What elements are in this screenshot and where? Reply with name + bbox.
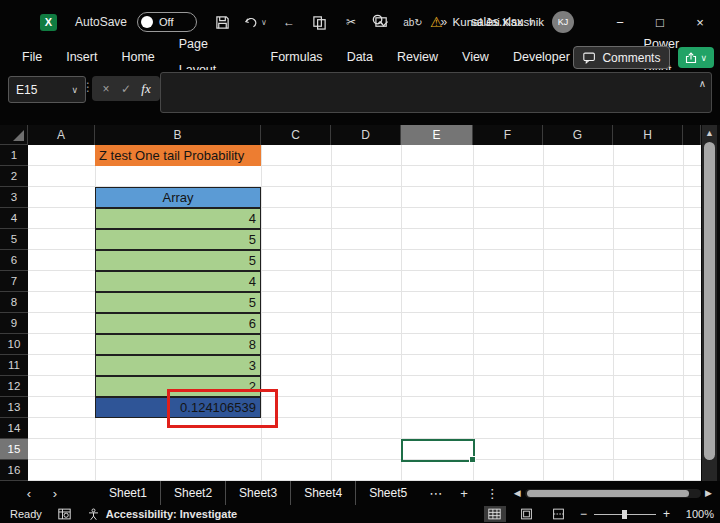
excel-app-icon[interactable]: X <box>40 14 57 31</box>
cell-B7[interactable]: 4 <box>95 271 261 292</box>
undo-dropdown-icon[interactable]: ∨ <box>261 18 267 27</box>
cell-B9[interactable]: 6 <box>95 313 261 334</box>
column-header-G[interactable]: G <box>543 125 613 145</box>
page-layout-view-icon[interactable] <box>516 506 538 522</box>
ribbon-tab-file[interactable]: File <box>10 44 54 70</box>
autosave-toggle[interactable]: Off <box>137 12 197 32</box>
page-break-view-icon[interactable] <box>548 506 570 522</box>
row-header-13[interactable]: 13 <box>0 397 28 418</box>
add-sheet-icon[interactable]: + <box>451 486 477 501</box>
share-button[interactable]: ∨ <box>678 47 714 68</box>
gridline-horizontal <box>28 459 701 460</box>
zoom-slider[interactable]: − + <box>580 507 670 521</box>
select-all-corner[interactable] <box>0 125 28 145</box>
row-header-9[interactable]: 9 <box>0 313 28 334</box>
next-sheet-icon[interactable]: › <box>42 486 68 501</box>
ribbon-tab-developer[interactable]: Developer <box>501 44 582 70</box>
column-header-H[interactable]: H <box>613 125 683 145</box>
vertical-scroll-thumb[interactable] <box>704 142 715 460</box>
cell-B1[interactable]: Z test One tail Probability <box>95 145 261 166</box>
column-header-C[interactable]: C <box>261 125 331 145</box>
back-arrow-icon[interactable]: ← <box>280 13 298 31</box>
zoom-out-icon[interactable]: − <box>580 507 587 521</box>
row-header-12[interactable]: 12 <box>0 376 28 397</box>
copy-icon[interactable] <box>311 13 329 31</box>
row-header-7[interactable]: 7 <box>0 271 28 292</box>
row-header-5[interactable]: 5 <box>0 229 28 250</box>
vertical-scrollbar[interactable]: ▲ <box>702 125 717 481</box>
scroll-left-icon[interactable]: ◀ <box>514 488 521 498</box>
row-header-15[interactable]: 15 <box>0 439 28 460</box>
sheet-tab-sheet3[interactable]: Sheet3 <box>226 481 291 505</box>
cell-B10[interactable]: 8 <box>95 334 261 355</box>
cell-B3[interactable]: Array <box>95 187 261 208</box>
column-header-A[interactable]: A <box>28 125 95 145</box>
accessibility-icon[interactable] <box>87 508 100 521</box>
more-sheets-icon[interactable]: ⋯ <box>420 486 451 501</box>
row-header-2[interactable]: 2 <box>0 166 28 187</box>
active-cell-selection[interactable] <box>401 439 475 462</box>
save-icon[interactable] <box>213 13 231 31</box>
scroll-right-icon[interactable]: ▶ <box>705 488 712 498</box>
column-header-F[interactable]: F <box>473 125 543 145</box>
chevron-down-icon: ∨ <box>71 85 78 95</box>
macro-record-icon[interactable] <box>58 508 71 520</box>
sheet-tab-sheet4[interactable]: Sheet4 <box>291 481 356 505</box>
undo-button[interactable]: ∨ <box>244 15 267 30</box>
ribbon-tab-home[interactable]: Home <box>109 44 166 70</box>
horizontal-scroll-track[interactable] <box>525 489 701 498</box>
column-header-E[interactable]: E <box>401 125 473 145</box>
column-header-D[interactable]: D <box>331 125 401 145</box>
row-header-10[interactable]: 10 <box>0 334 28 355</box>
ribbon-tab-insert[interactable]: Insert <box>54 44 109 70</box>
cell-B4[interactable]: 4 <box>95 208 261 229</box>
horizontal-scrollbar[interactable]: ◀ ▶ <box>514 486 712 500</box>
normal-view-icon[interactable] <box>484 506 506 522</box>
row-header-16[interactable]: 16 <box>0 460 28 481</box>
row-header-11[interactable]: 11 <box>0 355 28 376</box>
row-header-4[interactable]: 4 <box>0 208 28 229</box>
cell-B8[interactable]: 5 <box>95 292 261 313</box>
sheet-tab-sheet1[interactable]: Sheet1 <box>96 481 161 505</box>
avatar[interactable]: KJ <box>552 11 574 33</box>
zoom-level[interactable]: 100% <box>680 508 714 520</box>
zoom-thumb[interactable] <box>622 510 627 519</box>
collapse-formula-bar-icon[interactable]: ∧ <box>699 78 706 89</box>
accessibility-status[interactable]: Accessibility: Investigate <box>106 508 237 520</box>
sheet-tab-sheet2[interactable]: Sheet2 <box>161 481 226 505</box>
horizontal-scroll-thumb[interactable] <box>527 490 689 497</box>
warning-icon[interactable]: ⚠ <box>430 14 443 30</box>
autosave-label: AutoSave <box>75 15 127 29</box>
scroll-up-icon[interactable]: ▲ <box>702 128 717 138</box>
row-header-6[interactable]: 6 <box>0 250 28 271</box>
prev-sheet-icon[interactable]: ‹ <box>16 486 42 501</box>
ribbon-tab-review[interactable]: Review <box>385 44 450 70</box>
name-box[interactable]: E15 ∨ <box>8 76 86 103</box>
cell-B11[interactable]: 3 <box>95 355 261 376</box>
search-icon[interactable] <box>371 13 386 31</box>
row-header-14[interactable]: 14 <box>0 418 28 439</box>
insert-function-icon[interactable]: fx <box>136 81 156 97</box>
cell-B5[interactable]: 5 <box>95 229 261 250</box>
cancel-formula-icon[interactable]: × <box>96 82 116 96</box>
formula-bar-input[interactable] <box>160 72 712 113</box>
row-header-8[interactable]: 8 <box>0 292 28 313</box>
column-header-B[interactable]: B <box>95 125 261 145</box>
comments-button[interactable]: Comments <box>573 46 670 69</box>
ribbon-tab-formulas[interactable]: Formulas <box>259 44 335 70</box>
enter-formula-icon[interactable]: ✓ <box>116 82 136 96</box>
sheet-tab-sheet5[interactable]: Sheet5 <box>356 481 420 505</box>
row-header-3[interactable]: 3 <box>0 187 28 208</box>
ribbon-tab-view[interactable]: View <box>450 44 501 70</box>
zoom-in-icon[interactable]: + <box>663 507 670 521</box>
user-name[interactable]: Kunal Jai Kaushik <box>453 16 544 28</box>
zoom-track[interactable] <box>594 514 656 515</box>
row-header-1[interactable]: 1 <box>0 145 28 166</box>
status-bar: Ready Accessibility: Investigate − + 100… <box>0 505 720 523</box>
column-header-partial[interactable] <box>683 125 701 145</box>
ribbon-tab-data[interactable]: Data <box>335 44 385 70</box>
fill-handle[interactable] <box>469 456 476 463</box>
cell-B6[interactable]: 5 <box>95 250 261 271</box>
sheet-menu-icon[interactable]: ⋮ <box>477 486 508 501</box>
cut-icon[interactable]: ✂ <box>342 13 360 31</box>
